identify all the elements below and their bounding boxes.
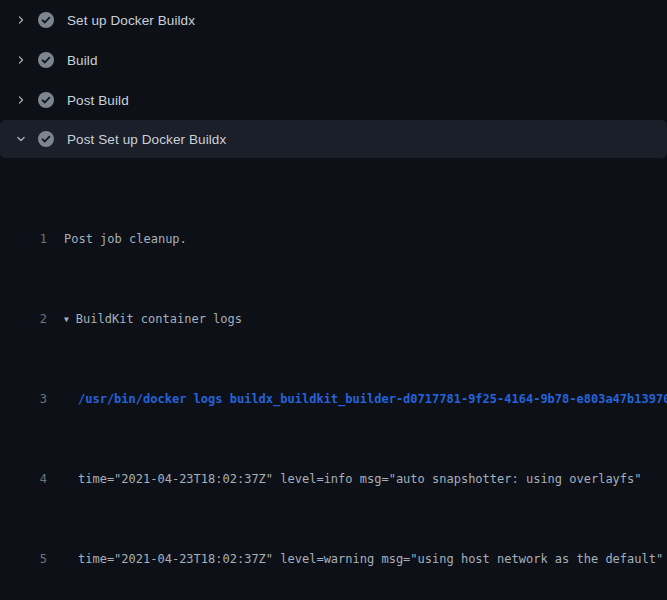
step-label: Post Build <box>67 93 129 108</box>
log-line-4: 4 time="2021-04-23T18:02:37Z" level=info… <box>0 469 667 489</box>
step-label: Build <box>67 53 98 68</box>
line-number[interactable]: 5 <box>0 549 47 569</box>
step-row-build[interactable]: Build <box>0 40 667 80</box>
log-line-2: 2 ▼BuildKit container logs <box>0 309 667 329</box>
log-line-3: 3 /usr/bin/docker logs buildx_buildkit_b… <box>0 389 667 409</box>
log-command-text: /usr/bin/docker logs buildx_buildkit_bui… <box>47 389 667 409</box>
chevron-right-icon <box>12 12 30 28</box>
triangle-down-icon: ▼ <box>64 310 69 330</box>
chevron-down-icon <box>12 131 30 147</box>
log-line-5: 5 time="2021-04-23T18:02:37Z" level=warn… <box>0 549 667 569</box>
log-text: time="2021-04-23T18:02:37Z" level=warnin… <box>47 549 663 569</box>
log-text: Post job cleanup. <box>47 229 187 249</box>
log-line-1: 1 Post job cleanup. <box>0 229 667 249</box>
step-row-post-set-up-docker-buildx[interactable]: Post Set up Docker Buildx <box>0 120 667 158</box>
log-group-toggle[interactable]: ▼BuildKit container logs <box>47 309 242 329</box>
line-number[interactable]: 3 <box>0 389 47 409</box>
check-circle-icon <box>38 52 54 68</box>
log-text: time="2021-04-23T18:02:37Z" level=info m… <box>47 469 642 489</box>
line-number[interactable]: 4 <box>0 469 47 489</box>
step-label: Set up Docker Buildx <box>67 13 195 28</box>
log-output: 1 Post job cleanup. 2 ▼BuildKit containe… <box>0 158 667 600</box>
workflow-log-panel: Set up Docker Buildx Build Post Build Po… <box>0 0 667 600</box>
check-circle-icon <box>38 131 54 147</box>
step-row-post-build[interactable]: Post Build <box>0 80 667 120</box>
check-circle-icon <box>38 92 54 108</box>
step-row-set-up-docker-buildx[interactable]: Set up Docker Buildx <box>0 0 667 40</box>
line-number[interactable]: 1 <box>0 229 47 249</box>
log-group-label: BuildKit container logs <box>76 312 242 326</box>
step-label: Post Set up Docker Buildx <box>67 132 226 147</box>
line-number[interactable]: 2 <box>0 309 47 329</box>
check-circle-icon <box>38 12 54 28</box>
chevron-right-icon <box>12 52 30 68</box>
chevron-right-icon <box>12 92 30 108</box>
